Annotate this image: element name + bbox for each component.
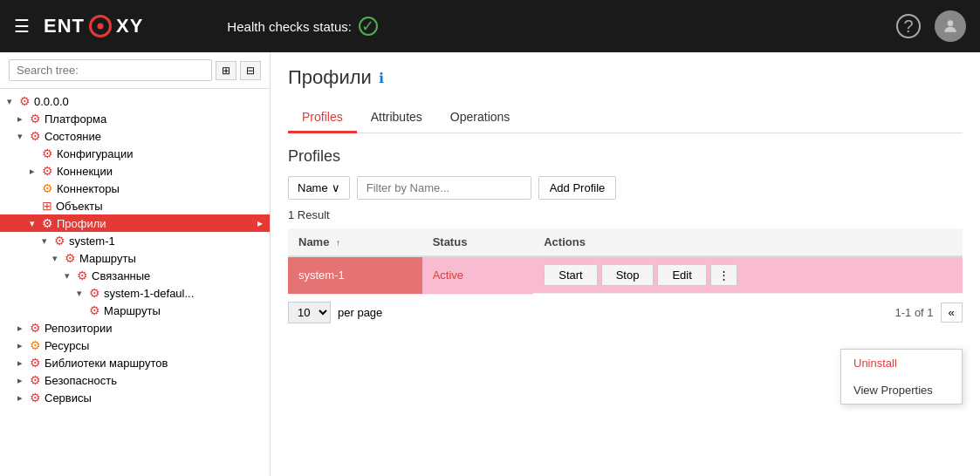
help-icon[interactable]: ? bbox=[896, 14, 921, 38]
context-menu-uninstall[interactable]: Uninstall bbox=[841, 350, 962, 377]
pagination-row: 10 per page 1-1 of 1 « bbox=[288, 302, 963, 323]
routes2-icon: ⚙ bbox=[89, 303, 100, 317]
tree-arrow: ▾ bbox=[17, 131, 30, 142]
avatar[interactable] bbox=[935, 10, 966, 42]
tree-label-state: Состояние bbox=[45, 130, 101, 143]
logo: ENT XY bbox=[44, 15, 143, 37]
logo-circle bbox=[89, 15, 112, 37]
result-count: 1 Result bbox=[288, 208, 963, 221]
search-input[interactable] bbox=[9, 59, 212, 81]
tree-item-routes[interactable]: ▾ ⚙ Маршруты bbox=[0, 249, 270, 267]
context-menu: Uninstall View Properties bbox=[840, 349, 963, 405]
tree-item-system1[interactable]: ▾ ⚙ system-1 bbox=[0, 232, 270, 249]
tree-arrow: ▸ bbox=[17, 392, 30, 404]
tree-arrow: ▾ bbox=[7, 96, 19, 107]
health-label: Health checks status: bbox=[227, 19, 352, 34]
tree-item-root[interactable]: ▾ ⚙ 0.0.0.0 bbox=[0, 92, 270, 110]
tree-arrow: ▾ bbox=[52, 253, 65, 264]
col-name: Name ↑ bbox=[288, 228, 422, 256]
tree-label-root: 0.0.0.0 bbox=[34, 95, 69, 108]
health-icon: ✓ bbox=[359, 17, 378, 36]
section-title: Profiles bbox=[288, 147, 963, 166]
tree-item-resources[interactable]: ▸ ⚙ Ресурсы bbox=[0, 337, 270, 354]
profiles-table: Name ↑ Status Actions system-1 Active St… bbox=[288, 228, 963, 295]
tree-label-profiles: Профили bbox=[57, 217, 106, 230]
tree-item-system1default[interactable]: ▾ ⚙ system-1-defaul... bbox=[0, 284, 270, 302]
linked-icon: ⚙ bbox=[77, 269, 88, 282]
menu-icon[interactable]: ☰ bbox=[14, 16, 30, 37]
objects-icon: ⊞ bbox=[42, 199, 52, 213]
tree-label-security: Безопасность bbox=[45, 374, 117, 387]
header: ☰ ENT XY Health checks status: ✓ ? bbox=[0, 0, 980, 52]
main-layout: ⊞ ⊟ ▾ ⚙ 0.0.0.0 ▸ ⚙ Платформа ▾ ⚙ Состоя… bbox=[0, 52, 980, 476]
logo-text-start: ENT bbox=[44, 15, 85, 37]
stop-button[interactable]: Stop bbox=[601, 264, 654, 286]
edit-button[interactable]: Edit bbox=[657, 264, 706, 286]
page-range: 1-1 of 1 bbox=[894, 306, 933, 319]
root-icon: ⚙ bbox=[19, 94, 31, 108]
repos-icon: ⚙ bbox=[30, 321, 41, 335]
info-icon[interactable]: ℹ bbox=[379, 70, 384, 86]
tab-attributes[interactable]: Attributes bbox=[357, 103, 436, 133]
tree-arrow: ▸ bbox=[17, 375, 30, 386]
tree-label-connectors: Коннекторы bbox=[57, 182, 120, 195]
tree-label-routelibs: Библиотеки маршрутов bbox=[45, 357, 168, 370]
security-icon: ⚙ bbox=[30, 373, 41, 387]
name-filter-input[interactable] bbox=[357, 176, 531, 200]
per-page-label: per page bbox=[338, 306, 382, 319]
tree-arrow: ▾ bbox=[65, 270, 77, 282]
tree-label-routes2: Маршруты bbox=[104, 304, 161, 317]
tree-item-repos[interactable]: ▸ ⚙ Репозитории bbox=[0, 319, 270, 337]
filter-row: Name ∨ Add Profile bbox=[288, 176, 963, 200]
tree-label-system1default: system-1-defaul... bbox=[104, 287, 194, 300]
tree-area: ▾ ⚙ 0.0.0.0 ▸ ⚙ Платформа ▾ ⚙ Состояние … bbox=[0, 89, 270, 476]
start-button[interactable]: Start bbox=[544, 264, 597, 286]
table-row[interactable]: system-1 Active Start Stop Edit ⋮ bbox=[288, 256, 963, 294]
tree-item-security[interactable]: ▸ ⚙ Безопасность bbox=[0, 371, 270, 389]
state-icon: ⚙ bbox=[30, 129, 41, 143]
context-menu-view-properties[interactable]: View Properties bbox=[841, 377, 962, 404]
tree-item-routes2[interactable]: ▸ ⚙ Маршруты bbox=[0, 302, 270, 319]
tree-label-resources: Ресурсы bbox=[45, 339, 89, 352]
tree-item-routelibs[interactable]: ▸ ⚙ Библиотеки маршрутов bbox=[0, 354, 270, 371]
tree-arrow: ▸ bbox=[17, 323, 30, 334]
tree-arrow: ▾ bbox=[42, 235, 54, 247]
more-actions-button[interactable]: ⋮ bbox=[710, 264, 737, 286]
tree-item-profiles[interactable]: ▾ ⚙ Профили ▸ bbox=[0, 214, 270, 232]
tab-operations[interactable]: Operations bbox=[436, 103, 524, 133]
tree-label-platform: Платформа bbox=[45, 112, 106, 126]
prev-page-button[interactable]: « bbox=[941, 303, 963, 323]
tree-arrow: ▸ bbox=[17, 340, 30, 351]
routes-icon: ⚙ bbox=[65, 251, 76, 265]
tree-label-connections: Коннекции bbox=[57, 165, 113, 178]
chevron-down-icon: ∨ bbox=[332, 181, 340, 194]
page-size-select[interactable]: 10 bbox=[288, 302, 331, 323]
tree-item-connections[interactable]: ▸ ⚙ Коннекции bbox=[0, 162, 270, 180]
page-title-area: Профили ℹ bbox=[288, 66, 963, 89]
tree-item-services[interactable]: ▸ ⚙ Сервисы bbox=[0, 389, 270, 406]
tree-label-linked: Связанные bbox=[92, 269, 150, 282]
page-title: Профили bbox=[288, 66, 372, 89]
row-actions: Start Stop Edit ⋮ bbox=[533, 257, 963, 294]
add-profile-button[interactable]: Add Profile bbox=[538, 176, 617, 200]
tree-arrow: ▾ bbox=[77, 288, 89, 299]
expand-tree-button[interactable]: ⊞ bbox=[216, 61, 236, 80]
collapse-tree-button[interactable]: ⊟ bbox=[240, 61, 261, 80]
tree-item-platform[interactable]: ▸ ⚙ Платформа bbox=[0, 110, 270, 127]
filter-dropdown-label: Name bbox=[298, 181, 328, 194]
connections-icon: ⚙ bbox=[42, 164, 53, 178]
sort-icon: ↑ bbox=[336, 238, 340, 248]
tree-item-connectors[interactable]: ▸ ⚙ Коннекторы bbox=[0, 180, 270, 197]
tree-item-linked[interactable]: ▾ ⚙ Связанные bbox=[0, 267, 270, 284]
tab-profiles[interactable]: Profiles bbox=[288, 103, 357, 133]
tree-item-state[interactable]: ▾ ⚙ Состояние bbox=[0, 127, 270, 145]
platform-icon: ⚙ bbox=[30, 112, 41, 126]
tree-label-system1: system-1 bbox=[69, 235, 115, 248]
tree-item-objects[interactable]: ▸ ⊞ Объекты bbox=[0, 197, 270, 214]
tree-label-configs: Конфигурации bbox=[57, 147, 133, 160]
tree-arrow: ▸ bbox=[17, 113, 30, 125]
tree-label-repos: Репозитории bbox=[45, 322, 112, 335]
tree-arrow: ▸ bbox=[17, 357, 30, 369]
tree-item-configs[interactable]: ▸ ⚙ Конфигурации bbox=[0, 145, 270, 162]
name-filter-dropdown[interactable]: Name ∨ bbox=[288, 176, 350, 200]
